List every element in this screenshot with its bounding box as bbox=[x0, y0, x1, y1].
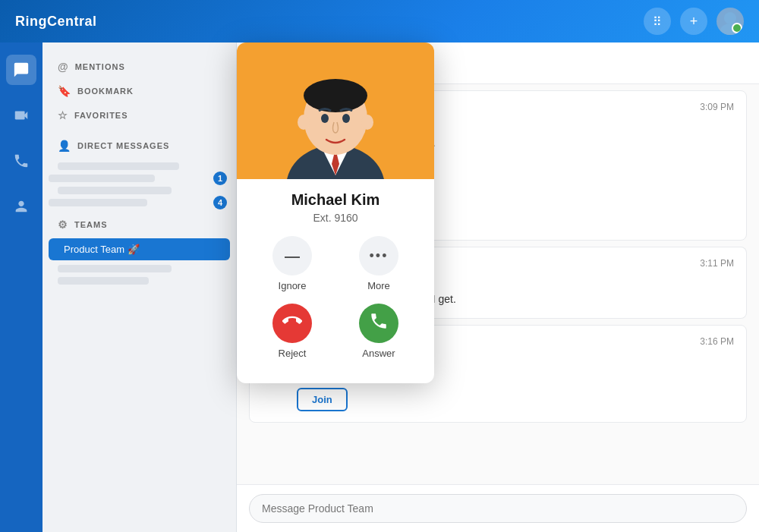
more-icon: ••• bbox=[370, 248, 389, 264]
teams-label: TEAMS bbox=[74, 220, 108, 229]
answer-action[interactable]: Answer bbox=[359, 304, 398, 359]
caller-extension: Ext. 9160 bbox=[249, 212, 422, 224]
svg-point-6 bbox=[298, 115, 310, 130]
star-icon: ☆ bbox=[58, 109, 68, 121]
msg2-timestamp: 3:11 PM bbox=[700, 258, 734, 269]
sidebar-item-product-team[interactable]: Product Team 🚀 bbox=[49, 238, 230, 260]
person-icon: 👤 bbox=[58, 140, 71, 152]
caller-photo bbox=[237, 42, 434, 179]
call-actions-2: Reject Answer bbox=[249, 304, 422, 359]
caller-name: Michael Kim bbox=[249, 191, 422, 209]
grid-icon: ⠿ bbox=[653, 14, 662, 29]
reject-label: Reject bbox=[279, 348, 307, 359]
mentions-label: MENTIONS bbox=[75, 62, 125, 71]
ignore-icon: — bbox=[285, 248, 300, 263]
contacts-icon-bar-item[interactable] bbox=[6, 191, 36, 222]
dm-badge-2: 4 bbox=[213, 196, 227, 209]
reject-action[interactable]: Reject bbox=[272, 304, 312, 359]
video-icon-bar-item[interactable] bbox=[6, 100, 36, 131]
dm-badge-1: 1 bbox=[213, 172, 227, 185]
join-button[interactable]: Join bbox=[297, 388, 348, 411]
ignore-action[interactable]: — Ignore bbox=[272, 236, 312, 291]
at-icon: @ bbox=[58, 61, 69, 73]
incoming-call-overlay: Michael Kim Ext. 9160 — Ignore ••• More bbox=[237, 42, 434, 383]
call-actions: — Ignore ••• More bbox=[249, 236, 422, 291]
dm-item-2 bbox=[49, 175, 155, 182]
phone-icon-bar-item[interactable] bbox=[6, 146, 36, 176]
answer-label: Answer bbox=[362, 348, 395, 359]
grid-button[interactable]: ⠿ bbox=[644, 8, 671, 35]
more-button[interactable]: ••• bbox=[359, 236, 398, 275]
mentions-header[interactable]: @ MENTIONS bbox=[43, 55, 236, 79]
reject-icon bbox=[282, 311, 302, 335]
app-header: RingCentral ⠿ + bbox=[0, 0, 759, 42]
svg-point-1 bbox=[720, 24, 740, 35]
svg-point-8 bbox=[321, 114, 329, 123]
dm-label: DIRECT MESSAGES bbox=[77, 141, 169, 150]
dm-section-header[interactable]: 👤 DIRECT MESSAGES bbox=[43, 134, 236, 158]
dm-item-4 bbox=[49, 199, 147, 206]
header-actions: ⠿ + bbox=[644, 8, 744, 35]
teams-icon: ⚙ bbox=[58, 219, 68, 231]
messages-icon-bar-item[interactable] bbox=[6, 55, 36, 85]
bookmark-label: BOOKMARK bbox=[77, 87, 134, 96]
sidebar: @ MENTIONS 🔖 BOOKMARK ☆ FAVORITES 👤 DIRE… bbox=[43, 42, 237, 532]
dm-item-3 bbox=[58, 187, 172, 194]
message-input[interactable] bbox=[249, 494, 747, 523]
more-label: More bbox=[367, 280, 390, 291]
svg-point-7 bbox=[361, 115, 373, 130]
user-avatar[interactable] bbox=[716, 8, 744, 35]
bookmark-icon: 🔖 bbox=[58, 85, 71, 97]
message-input-bar bbox=[237, 484, 759, 532]
teams-section-header[interactable]: ⚙ TEAMS bbox=[43, 212, 236, 237]
add-button[interactable]: + bbox=[680, 8, 707, 35]
caller-photo-svg bbox=[260, 42, 411, 179]
app-logo: RingCentral bbox=[15, 14, 97, 30]
ignore-button[interactable]: — bbox=[272, 236, 312, 275]
team-item-3 bbox=[58, 277, 149, 285]
plus-icon: + bbox=[690, 14, 698, 30]
svg-point-9 bbox=[342, 114, 350, 123]
product-team-label: Product Team 🚀 bbox=[64, 244, 140, 255]
msg1-timestamp: 3:09 PM bbox=[700, 102, 734, 112]
ignore-label: Ignore bbox=[279, 280, 307, 291]
call-info: Michael Kim Ext. 9160 — Ignore ••• More bbox=[237, 179, 434, 383]
svg-point-0 bbox=[724, 12, 736, 24]
answer-icon bbox=[369, 311, 389, 335]
favorites-label: FAVORITES bbox=[74, 111, 128, 120]
reject-button[interactable] bbox=[272, 304, 312, 343]
msg2-text-end: I get. bbox=[433, 293, 456, 305]
icon-bar bbox=[0, 42, 43, 532]
msg3-timestamp: 3:16 PM bbox=[700, 336, 734, 347]
svg-point-5 bbox=[304, 79, 367, 112]
answer-button[interactable] bbox=[359, 304, 398, 343]
dm-item-1 bbox=[58, 162, 179, 170]
more-action[interactable]: ••• More bbox=[359, 236, 398, 291]
bookmark-header[interactable]: 🔖 BOOKMARK bbox=[43, 79, 236, 103]
favorites-header[interactable]: ☆ FAVORITES bbox=[43, 103, 236, 127]
team-item-2 bbox=[58, 265, 172, 272]
